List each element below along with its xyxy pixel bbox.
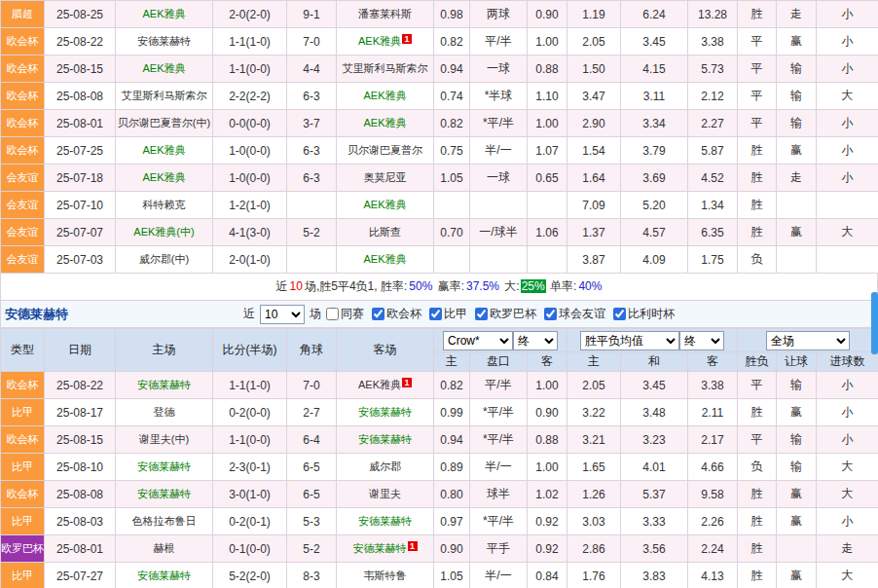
result-cell: 负 xyxy=(738,246,777,274)
match-row: 会友谊25-07-10科特赖克1-2(1-0)AEK雅典7.095.201.34… xyxy=(1,192,878,219)
league-cell: 比甲 xyxy=(1,508,45,535)
team-name: 安德莱赫特 xyxy=(137,488,191,499)
team-name: 比斯查 xyxy=(369,226,401,238)
away-team-cell: 安德莱赫特1 xyxy=(337,535,434,563)
goals-result-cell: 大 xyxy=(817,481,878,508)
goals-result-cell xyxy=(817,246,878,274)
handicap-result-cell: 输 xyxy=(777,55,817,83)
match-row: 欧会杯25-08-01贝尔谢巴夏普尔(中)0-0(0-0)3-7AEK雅典0.8… xyxy=(1,110,878,137)
col-header-home: 主场 xyxy=(116,329,213,372)
asian-line-cell: 平手 xyxy=(470,535,528,563)
goals-result-cell: 小 xyxy=(817,426,878,454)
league-filter[interactable]: 欧会杯 xyxy=(372,306,421,322)
filter-checkbox[interactable] xyxy=(372,308,384,320)
home-team-cell: 艾里斯利马斯索尔 xyxy=(116,83,213,110)
result-cell: 平 xyxy=(738,110,777,137)
date-cell: 25-07-25 xyxy=(45,137,116,165)
recent-label: 近 xyxy=(243,306,255,322)
score-cell: 1-0(0-0) xyxy=(213,165,287,192)
league-cell: 比甲 xyxy=(1,454,45,481)
euro-draw-odds-cell: 3.45 xyxy=(621,372,688,399)
league-filter[interactable]: 欧罗巴杯 xyxy=(475,306,536,322)
euro-away-odds-cell: 2.11 xyxy=(688,399,738,426)
away-team-cell: 安德莱赫特 xyxy=(337,426,434,454)
filter-checkbox[interactable] xyxy=(544,308,557,320)
away-team-cell: 安德莱赫特 xyxy=(337,399,434,426)
euro-final-select[interactable]: 终 xyxy=(679,331,724,350)
euro-draw-odds-cell: 3.33 xyxy=(621,508,688,535)
asian-home-odds-cell: 0.82 xyxy=(434,28,470,55)
team-name: 谢里夫(中) xyxy=(139,433,189,445)
euro-away-odds-cell: 6.35 xyxy=(688,219,738,246)
league-cell: 比甲 xyxy=(1,399,45,426)
corners-cell xyxy=(287,192,337,219)
euro-home-odds-cell: 2.05 xyxy=(567,28,621,55)
filter-checkbox[interactable] xyxy=(613,308,626,320)
euro-away-odds-cell: 4.13 xyxy=(688,563,738,588)
asian-home-odds-cell: 0.94 xyxy=(434,55,470,83)
result-cell: 胜 xyxy=(738,1,777,28)
filter-checkbox[interactable] xyxy=(429,308,442,320)
league-filter[interactable]: 比利时杯 xyxy=(613,306,675,322)
filter-checkbox[interactable] xyxy=(326,308,339,320)
euro-away-odds-cell: 5.73 xyxy=(688,55,738,83)
corners-cell: 9-1 xyxy=(287,1,337,28)
team-name: 安德莱赫特 xyxy=(137,35,191,47)
corners-cell: 7-0 xyxy=(287,28,337,55)
league-filter[interactable]: 同赛 xyxy=(326,306,364,322)
league-cell: 欧罗巴杯 xyxy=(1,535,45,563)
score-cell: 1-2(1-0) xyxy=(213,192,287,219)
date-cell: 25-07-27 xyxy=(45,563,116,588)
date-cell: 25-08-03 xyxy=(45,508,116,535)
team-name: 科特赖克 xyxy=(143,199,186,210)
team-name: AEK雅典 xyxy=(363,253,406,265)
team-name: 潘塞莱科斯 xyxy=(358,8,412,19)
home-team-cell: AEK雅典 xyxy=(116,137,213,165)
league-filter[interactable]: 比甲 xyxy=(429,306,467,322)
match-row: 欧会杯25-08-15AEK雅典1-1(0-0)4-4艾里斯利马斯索尔0.94一… xyxy=(1,55,878,83)
euro-draw-odds-cell: 3.34 xyxy=(621,110,688,137)
corners-cell: 7-0 xyxy=(287,372,337,399)
match-row: 欧罗巴杯25-08-01赫根0-1(0-0)5-2安德莱赫特10.90平手0.9… xyxy=(1,535,878,563)
asian-line-cell xyxy=(470,246,528,274)
date-cell: 25-08-25 xyxy=(45,1,116,28)
date-cell: 25-08-15 xyxy=(45,55,116,83)
euro-home-odds-cell: 7.09 xyxy=(567,192,621,219)
result-cell: 胜 xyxy=(738,219,777,246)
asian-home-odds-cell: 0.70 xyxy=(434,219,470,246)
score-cell: 1-1(1-0) xyxy=(213,28,287,55)
euro-draw-odds-cell: 3.45 xyxy=(621,28,688,55)
euro-home-odds-cell: 2.90 xyxy=(567,110,621,137)
asian-away-odds-cell: 0.65 xyxy=(528,165,567,192)
asian-home-odds-cell: 0.99 xyxy=(434,399,470,426)
scrollbar-thumb[interactable] xyxy=(871,292,878,354)
team-name: 贝尔谢巴夏普尔 xyxy=(348,144,422,156)
euro-draw-odds-cell: 5.37 xyxy=(621,481,688,508)
league-cell: 会友谊 xyxy=(1,192,45,219)
home-team-cell: 色格拉布鲁日 xyxy=(116,508,213,535)
filter-checkbox[interactable] xyxy=(475,308,488,320)
scope-select[interactable]: 全场 xyxy=(766,331,850,350)
league-cell: 欧会杯 xyxy=(1,481,45,508)
home-team-cell: 贝尔谢巴夏普尔(中) xyxy=(116,110,213,137)
euro-away-odds-cell: 2.27 xyxy=(688,110,738,137)
date-cell: 25-08-01 xyxy=(45,535,116,563)
bookmaker-select[interactable]: Crow* xyxy=(443,331,513,350)
euro-avg-select[interactable]: 胜平负均值 xyxy=(580,331,679,350)
red-card-badge: 1 xyxy=(402,378,412,387)
asian-line-cell: 平/半 xyxy=(470,28,528,55)
corners-cell: 6-4 xyxy=(287,426,337,454)
team-name: AEK雅典 xyxy=(142,62,185,74)
asian-line-cell: *平/半 xyxy=(470,399,528,426)
goals-result-cell: 大 xyxy=(817,219,878,246)
asian-final-select[interactable]: 终 xyxy=(513,331,558,350)
league-filter[interactable]: 球会友谊 xyxy=(544,306,605,322)
euro-away-odds-cell: 3.38 xyxy=(688,28,738,55)
recent-count-select[interactable]: 10 xyxy=(260,305,305,324)
team1-history-table: 腊超25-08-25AEK雅典2-0(2-0)9-1潘塞莱科斯0.98两球0.9… xyxy=(0,0,878,274)
asian-away-odds-cell: 1.02 xyxy=(528,481,567,508)
asian-away-odds-cell xyxy=(528,246,567,274)
home-team-cell: 登德 xyxy=(116,399,213,426)
home-team-cell: 安德莱赫特 xyxy=(116,481,213,508)
euro-home-odds-cell: 1.19 xyxy=(567,1,621,28)
